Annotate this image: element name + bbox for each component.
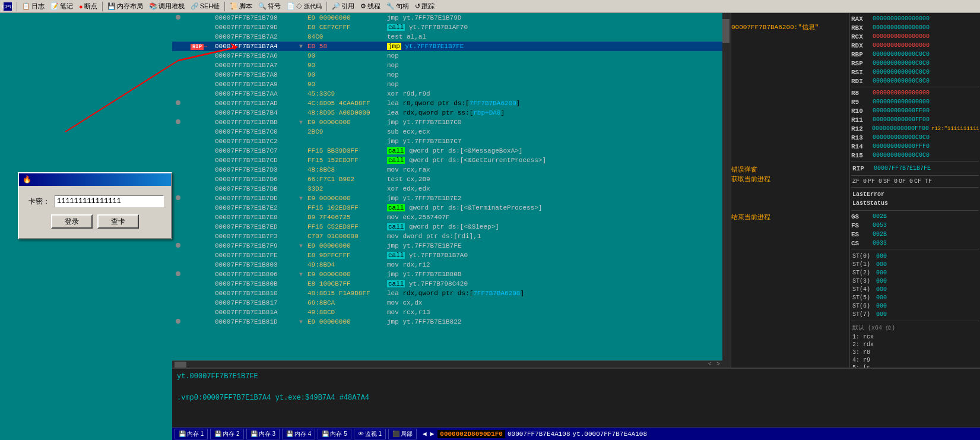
table-row[interactable]: 00007FF7B7E1B7A990nop xyxy=(172,80,722,89)
toolbar-cpu[interactable]: CPU CPU xyxy=(1,2,14,11)
reg-val-fs[interactable]: 0053 xyxy=(873,222,887,229)
bp-cell[interactable] xyxy=(172,213,184,222)
mem5-btn[interactable]: 💾 内存 5 xyxy=(318,429,351,439)
table-row[interactable]: 00007FF7B7E1B7A890nop xyxy=(172,70,722,80)
mem4-btn[interactable]: 💾 内存 4 xyxy=(282,429,315,439)
table-row[interactable]: 00007FF7B7E1B81D▼E9 00000000jmp yt.7FF7B… xyxy=(172,317,722,327)
toolbar-seh[interactable]: 🔗 SEH链 xyxy=(188,1,223,11)
toolbar-breakpoints[interactable]: ● 断点 xyxy=(77,1,100,11)
fold-cell[interactable]: ▼ xyxy=(297,270,305,279)
fold-cell[interactable] xyxy=(297,222,305,232)
st6-val[interactable]: 000 xyxy=(876,303,887,309)
table-row[interactable]: 00007FF7B7E1B7D666:F7C1 B902test cx,2B9 xyxy=(172,175,722,184)
toolbar-memory-layout[interactable]: 💾 内存布局 xyxy=(105,1,145,11)
fold-cell[interactable]: ▼ xyxy=(297,42,305,51)
st2-val[interactable]: 000 xyxy=(876,270,887,276)
table-row[interactable]: 00007FF7B7E1B7EDFF15 C52ED3FFcall qword … xyxy=(172,222,722,232)
nav-forward[interactable]: ▶ xyxy=(429,430,436,438)
card-input[interactable] xyxy=(55,195,164,207)
bp-cell[interactable] xyxy=(172,89,184,99)
table-row[interactable]: 00007FF7B7E1B7B448:8D95 A00D0000lea rdx,… xyxy=(172,108,722,118)
bp-cell[interactable] xyxy=(172,298,184,308)
table-row[interactable]: 00007FF7B7E1B7DB33D2xor edx,edx xyxy=(172,184,722,194)
bp-cell[interactable] xyxy=(172,232,184,241)
table-row[interactable]: 00007FF7B7E1B806▼E9 00000000jmp yt.7FF7B… xyxy=(172,270,722,279)
table-row[interactable]: 00007FF7B7E1B7FEE8 9DFFCFFFcall yt.7FF7B… xyxy=(172,251,722,260)
fold-cell[interactable]: ▼ xyxy=(297,317,305,327)
hscroll-thumb[interactable] xyxy=(175,362,186,368)
st1-val[interactable]: 000 xyxy=(876,261,887,268)
toolbar-callstack[interactable]: 📚 调用堆栈 xyxy=(147,1,187,11)
fold-cell[interactable] xyxy=(297,184,305,194)
local-btn[interactable]: ⬛ 局部 xyxy=(388,429,417,439)
bp-cell[interactable] xyxy=(172,80,184,89)
fold-cell[interactable] xyxy=(297,51,305,61)
bp-cell[interactable] xyxy=(172,13,184,23)
table-row[interactable]: RIP→00007FF7B7E1B7A4▼EB 58jmp yt.7FF7B7E… xyxy=(172,42,722,51)
reg-val-rbx[interactable]: 0000000000000000 xyxy=(873,24,930,31)
check-button[interactable]: 查卡 xyxy=(97,214,139,229)
reg-val-rcx[interactable]: 0000000000000000 xyxy=(873,33,930,40)
reg-val-rdx[interactable]: 0000000000000000 xyxy=(873,42,930,49)
mem3-btn[interactable]: 💾 内存 3 xyxy=(246,429,280,439)
table-row[interactable]: 00007FF7B7E1B81A49:8BCDmov rcx,r13 xyxy=(172,308,722,317)
reg-val-rax[interactable]: 0000000000000000 xyxy=(873,15,930,22)
bp-cell[interactable] xyxy=(172,61,184,70)
bp-cell[interactable] xyxy=(172,175,184,184)
bp-cell[interactable] xyxy=(172,260,184,270)
fold-cell[interactable] xyxy=(297,70,305,80)
bp-cell[interactable] xyxy=(172,42,184,51)
reg-val-r15[interactable]: 000000000000C0C0 xyxy=(873,152,930,159)
table-row[interactable]: 00007FF7B7E1B7C02BC9sub ecx,ecx xyxy=(172,127,722,137)
horizontal-scroll[interactable]: < > xyxy=(172,360,722,368)
bp-cell[interactable] xyxy=(172,51,184,61)
bp-cell[interactable] xyxy=(172,203,184,213)
bp-cell[interactable] xyxy=(172,165,184,175)
fold-cell[interactable] xyxy=(297,289,305,298)
fold-cell[interactable] xyxy=(297,308,305,317)
bp-cell[interactable] xyxy=(172,222,184,232)
table-row[interactable]: 00007FF7B7E1B7E8B9 7F406725mov ecx,25674… xyxy=(172,213,722,222)
reg-val-r8[interactable]: 0000000000000000 xyxy=(873,90,930,96)
fold-cell[interactable]: ▼ xyxy=(297,194,305,203)
bp-cell[interactable] xyxy=(172,32,184,42)
fold-cell[interactable] xyxy=(297,32,305,42)
table-row[interactable]: 00007FF7B7E1B7E2FF15 102ED3FFcall qword … xyxy=(172,203,722,213)
fold-cell[interactable] xyxy=(297,61,305,70)
mem2-btn[interactable]: 💾 内存 2 xyxy=(210,429,243,439)
st0-val[interactable]: 000 xyxy=(876,253,887,259)
toolbar-script[interactable]: 📜 脚本 xyxy=(227,1,255,11)
reg-val-rdi[interactable]: 000000000000C0C0 xyxy=(873,78,930,84)
reg-val-r14[interactable]: 000000000000FFF0 xyxy=(873,143,930,150)
fold-cell[interactable] xyxy=(297,89,305,99)
toolbar-threads[interactable]: ⚙ 线程 xyxy=(358,1,383,11)
toolbar-symbols[interactable]: 🔍 符号 xyxy=(256,1,283,11)
toolbar-references[interactable]: 🔎 引用 xyxy=(329,1,357,11)
fold-cell[interactable] xyxy=(297,279,305,289)
login-button[interactable]: 登录 xyxy=(51,214,93,229)
fold-cell[interactable] xyxy=(297,13,305,23)
flag-pf[interactable]: PF 0 xyxy=(868,178,882,185)
table-row[interactable]: 00007FF7B7E1B798E9 00000000jmp yt.7FF7B7… xyxy=(172,13,722,23)
fold-cell[interactable] xyxy=(297,175,305,184)
toolbar-handles[interactable]: 🔧 句柄 xyxy=(384,1,411,11)
toolbar-source[interactable]: 📄 ◇ 源代码 xyxy=(284,2,324,11)
watch1-btn[interactable]: 👁 监视 1 xyxy=(354,429,386,439)
st7-val[interactable]: 000 xyxy=(876,311,887,318)
flag-cf[interactable]: CF TF xyxy=(914,178,932,185)
nav-back[interactable]: ◀ xyxy=(421,430,428,438)
fold-cell[interactable] xyxy=(297,156,305,165)
fold-cell[interactable] xyxy=(297,203,305,213)
st5-val[interactable]: 000 xyxy=(876,295,887,301)
table-row[interactable]: 00007FF7B7E1B7C7FF15 BB39D3FFcall qword … xyxy=(172,146,722,156)
toolbar-log[interactable]: 📋 日志 xyxy=(20,1,47,11)
bp-cell[interactable] xyxy=(172,184,184,194)
reg-val-r12[interactable]: 000000000000FF00 xyxy=(872,125,929,132)
st3-val[interactable]: 000 xyxy=(876,278,887,284)
bp-cell[interactable] xyxy=(172,241,184,251)
reg-val-es[interactable]: 002B xyxy=(873,231,887,238)
fold-cell[interactable] xyxy=(297,213,305,222)
table-row[interactable]: 00007FF7B7E1B7BB▼E9 00000000jmp yt.7FF7B… xyxy=(172,118,722,127)
bp-cell[interactable] xyxy=(172,308,184,317)
table-row[interactable]: 00007FF7B7E1B80BE8 100CB7FFcall yt.7FF7B… xyxy=(172,279,722,289)
